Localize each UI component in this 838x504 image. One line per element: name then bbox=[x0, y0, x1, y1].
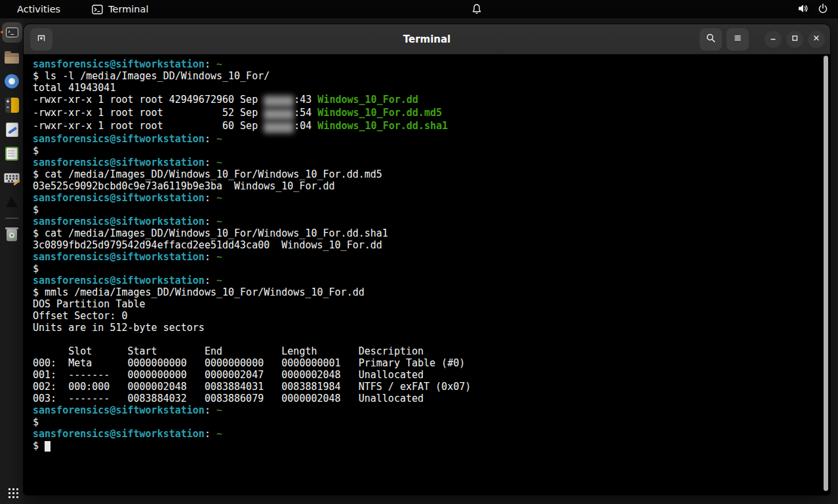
terminal-text: $ bbox=[33, 204, 39, 216]
active-app-highlight: ›_ bbox=[2, 22, 22, 43]
browser-icon bbox=[5, 74, 19, 88]
terminal-text: : bbox=[205, 251, 216, 263]
keyboard-icon bbox=[4, 173, 20, 183]
terminal-text: -rwxr-xr-x 1 root root 60 Sep bbox=[33, 120, 264, 132]
headerbar[interactable]: Terminal bbox=[24, 24, 830, 54]
wireshark-icon bbox=[5, 197, 18, 208]
terminal-line: sansforensics@siftworkstation: ~ bbox=[33, 58, 817, 70]
minimize-button[interactable] bbox=[765, 31, 782, 48]
terminal-text: 3c0899fbd25d979542d94effacd2ee51dd43ca00… bbox=[33, 239, 382, 251]
terminal-text: : bbox=[205, 428, 216, 440]
apps-grid-icon bbox=[9, 488, 10, 490]
terminal-app-icon bbox=[92, 5, 103, 14]
prompt-text: sansforensics@siftworkstation bbox=[33, 133, 205, 145]
terminal-line: -rwxr-xr-x 1 root root 42949672960 Sep :… bbox=[33, 94, 817, 107]
terminal-line: -rwxr-xr-x 1 root root 52 Sep :54 Window… bbox=[33, 107, 817, 120]
path-text: ~ bbox=[216, 157, 222, 168]
minimize-icon bbox=[768, 33, 778, 45]
dock: ›_ bbox=[0, 18, 24, 504]
terminal-output[interactable]: sansforensics@siftworkstation: ~$ ls -l … bbox=[24, 54, 830, 494]
path-text: ~ bbox=[216, 404, 222, 416]
terminal-text: 002: 000:000 0000002048 0083884031 00838… bbox=[33, 381, 471, 393]
dock-item-onboard[interactable] bbox=[0, 166, 24, 190]
system-status-area[interactable] bbox=[797, 3, 829, 16]
terminal-text: : bbox=[205, 216, 216, 227]
maximize-icon bbox=[790, 33, 799, 45]
terminal-line: sansforensics@siftworkstation: ~ bbox=[33, 275, 817, 286]
terminal-line: sansforensics@siftworkstation: ~ bbox=[33, 157, 817, 168]
prompt-text: sansforensics@siftworkstation bbox=[33, 192, 205, 204]
prompt-text: sansforensics@siftworkstation bbox=[33, 404, 205, 416]
terminal-line: $ bbox=[33, 263, 817, 275]
scrollbar[interactable] bbox=[824, 56, 828, 491]
terminal-line: sansforensics@siftworkstation: ~ bbox=[33, 192, 817, 204]
terminal-text: : bbox=[205, 404, 216, 416]
terminal-text: :43 bbox=[294, 94, 317, 106]
terminal-line: -rwxr-xr-x 1 root root 60 Sep :04 Window… bbox=[33, 120, 817, 133]
path-text: ~ bbox=[216, 216, 222, 227]
dock-item-browser[interactable] bbox=[0, 69, 24, 93]
dock-item-trash[interactable] bbox=[0, 222, 24, 246]
app-menu[interactable]: Terminal bbox=[92, 4, 148, 14]
path-text: ~ bbox=[216, 58, 222, 70]
terminal-line: sansforensics@siftworkstation: ~ bbox=[33, 216, 817, 227]
close-button[interactable] bbox=[808, 31, 825, 48]
terminal-line: $ mmls /media/Images_DD/Windows_10_For/W… bbox=[33, 286, 817, 298]
dock-item-terminal[interactable]: ›_ bbox=[0, 20, 24, 45]
show-applications-button[interactable] bbox=[0, 476, 24, 500]
terminal-window: Terminal bbox=[24, 24, 830, 495]
dock-item-notes[interactable] bbox=[0, 142, 24, 166]
terminal-line: 002: 000:000 0000002048 0083884031 00838… bbox=[33, 381, 817, 393]
terminal-text: $ mmls /media/Images_DD/Windows_10_For/W… bbox=[33, 286, 365, 298]
running-indicator bbox=[1, 31, 3, 33]
prompt-text: sansforensics@siftworkstation bbox=[33, 157, 205, 168]
terminal-text: $ bbox=[33, 440, 45, 452]
terminal-line: $ bbox=[33, 204, 817, 216]
hamburger-menu-icon bbox=[732, 33, 743, 45]
terminal-text: 003: ------- 0083884032 0083886079 00000… bbox=[33, 393, 424, 404]
terminal-line: $ cat /media/Images_DD/Windows_10_For/Wi… bbox=[33, 227, 817, 239]
search-button[interactable] bbox=[700, 28, 722, 50]
activities-button[interactable]: Activities bbox=[13, 3, 64, 16]
path-text: ~ bbox=[216, 133, 222, 145]
maximize-button[interactable] bbox=[786, 31, 803, 48]
dock-item-text-editor[interactable] bbox=[0, 117, 24, 142]
terminal-text: : bbox=[205, 192, 216, 204]
prompt-text: sansforensics@siftworkstation bbox=[33, 428, 205, 440]
dock-item-calculator[interactable] bbox=[0, 93, 24, 117]
top-bar: Activities Terminal bbox=[0, 0, 838, 18]
volume-icon bbox=[797, 3, 809, 16]
app-menu-label: Terminal bbox=[108, 4, 148, 14]
dock-item-wireshark[interactable] bbox=[0, 190, 24, 214]
terminal-text: $ cat /media/Images_DD/Windows_10_For/Wi… bbox=[33, 168, 382, 180]
terminal-text: :04 bbox=[294, 120, 317, 132]
close-icon bbox=[812, 33, 821, 45]
prompt-text: sansforensics@siftworkstation bbox=[33, 275, 205, 286]
terminal-text: : bbox=[205, 58, 216, 70]
filename-text: Windows_10_For.dd bbox=[317, 94, 418, 106]
path-text: ~ bbox=[216, 192, 222, 204]
terminal-line: 3c0899fbd25d979542d94effacd2ee51dd43ca00… bbox=[33, 239, 817, 251]
path-text: ~ bbox=[216, 251, 222, 263]
terminal-line: $ bbox=[33, 416, 817, 428]
terminal-text: $ cat /media/Images_DD/Windows_10_For/Wi… bbox=[33, 227, 388, 239]
terminal-cursor bbox=[45, 441, 50, 452]
path-text: ~ bbox=[216, 275, 222, 286]
filename-text: Windows_10_For.dd.sha1 bbox=[317, 120, 448, 132]
dock-item-files[interactable] bbox=[0, 45, 24, 69]
menu-button[interactable] bbox=[727, 28, 749, 50]
terminal-text: $ bbox=[33, 263, 39, 275]
redacted-timestamp bbox=[264, 122, 294, 133]
terminal-text: 03e525c9092bcbd0c9e73a6119b9e3ba Windows… bbox=[33, 180, 335, 192]
search-icon bbox=[706, 33, 716, 45]
terminal-line: Slot Start End Length Description bbox=[33, 345, 817, 357]
terminal-text: 000: Meta 0000000000 0000000000 00000000… bbox=[33, 357, 465, 369]
terminal-line: $ ls -l /media/Images_DD/Windows_10_For/ bbox=[33, 70, 817, 82]
new-tab-button[interactable] bbox=[30, 28, 52, 50]
path-text: ~ bbox=[216, 428, 222, 440]
terminal-text: : bbox=[205, 157, 216, 168]
terminal-text: $ ls -l /media/Images_DD/Windows_10_For/ bbox=[33, 70, 269, 82]
terminal-text: :54 bbox=[294, 107, 317, 119]
notifications-bell[interactable] bbox=[469, 3, 484, 16]
terminal-line: sansforensics@siftworkstation: ~ bbox=[33, 428, 817, 440]
